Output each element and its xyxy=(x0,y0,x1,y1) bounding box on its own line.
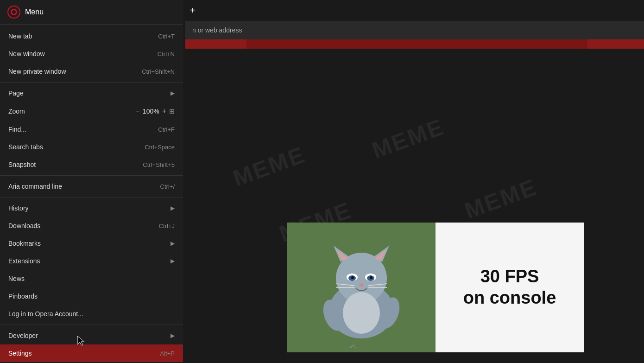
menu-item-downloads-label: Downloads xyxy=(8,222,40,229)
menu-item-snapshot-shortcut: Ctrl+Shift+5 xyxy=(143,161,175,168)
zoom-control[interactable]: − 100% + ⊞ xyxy=(136,107,175,115)
extensions-arrow-icon: ▶ xyxy=(170,258,175,264)
meme-left-panel: MEME MEME xyxy=(287,223,436,352)
zoom-minus-button[interactable]: − xyxy=(136,107,140,115)
menu-item-login[interactable]: Log in to Opera Account... xyxy=(0,305,183,323)
menu-item-settings[interactable]: Settings Alt+P xyxy=(0,344,183,362)
menu-item-news[interactable]: News xyxy=(0,270,183,287)
opera-logo-inner xyxy=(11,9,17,15)
menu-item-settings-label: Settings xyxy=(8,350,32,357)
menu-item-new-private-window-label: New private window xyxy=(8,68,66,75)
content-seg1 xyxy=(185,39,246,49)
zoom-plus-button[interactable]: + xyxy=(162,107,166,115)
menu-item-new-window-label: New window xyxy=(8,50,45,57)
bookmarks-arrow-icon: ▶ xyxy=(170,240,175,247)
add-tab-button[interactable]: + xyxy=(185,3,200,18)
menu-item-search-tabs-label: Search tabs xyxy=(8,143,43,151)
svg-point-12 xyxy=(370,276,373,279)
menu-item-new-private-window-shortcut: Ctrl+Shift+N xyxy=(142,68,175,75)
menu-item-find-shortcut: Ctrl+F xyxy=(158,126,175,133)
svg-point-13 xyxy=(359,283,364,287)
opera-logo xyxy=(7,6,20,19)
address-placeholder: n or web address xyxy=(192,26,242,34)
content-bar xyxy=(185,39,644,49)
meme-image-area: MEME MEME 30 FPS on console xyxy=(287,223,584,352)
menu-item-page-label: Page xyxy=(8,89,24,97)
menu-item-developer-label: Developer xyxy=(8,332,38,339)
menu-item-new-tab-label: New tab xyxy=(8,32,32,40)
content-seg2 xyxy=(246,39,587,49)
menu-item-page[interactable]: Page ▶ xyxy=(0,84,183,102)
menu-item-snapshot-label: Snapshot xyxy=(8,161,36,168)
menu-item-history[interactable]: History ▶ xyxy=(0,199,183,217)
menu-item-aria-label: Aria command line xyxy=(8,183,62,190)
menu-item-settings-shortcut: Alt+P xyxy=(160,350,175,357)
svg-point-11 xyxy=(351,276,354,279)
menu-items-list: New tab Ctrl+T New window Ctrl+N New pri… xyxy=(0,25,183,363)
tom-cat-illustration: MEME MEME xyxy=(297,227,426,348)
menu-header: Menu xyxy=(0,0,183,25)
page-arrow-icon: ▶ xyxy=(170,90,175,96)
menu-item-bookmarks-label: Bookmarks xyxy=(8,240,41,247)
menu-item-login-label: Log in to Opera Account... xyxy=(8,310,83,318)
menu-item-find-label: Find... xyxy=(8,126,26,133)
menu-item-zoom[interactable]: Zoom − 100% + ⊞ xyxy=(0,102,183,121)
content-seg3 xyxy=(588,39,644,49)
menu-item-search-tabs-shortcut: Ctrl+Space xyxy=(145,144,175,151)
menu-item-search-tabs[interactable]: Search tabs Ctrl+Space xyxy=(0,138,183,156)
zoom-fit-button[interactable]: ⊞ xyxy=(169,108,175,115)
menu-item-snapshot[interactable]: Snapshot Ctrl+Shift+5 xyxy=(0,156,183,173)
menu-item-new-window-shortcut: Ctrl+N xyxy=(158,51,175,57)
menu-divider-1 xyxy=(0,82,183,83)
menu-item-bookmarks[interactable]: Bookmarks ▶ xyxy=(0,235,183,252)
menu-item-new-tab-shortcut: Ctrl+T xyxy=(158,33,175,40)
menu-item-aria[interactable]: Aria command line Ctrl+/ xyxy=(0,178,183,195)
menu-item-extensions-label: Extensions xyxy=(8,257,40,265)
menu-item-new-private-window[interactable]: New private window Ctrl+Shift+N xyxy=(0,63,183,80)
zoom-value-display: 100% xyxy=(143,108,159,115)
menu-divider-4 xyxy=(0,325,183,325)
menu-item-new-tab[interactable]: New tab Ctrl+T xyxy=(0,27,183,45)
menu-item-downloads[interactable]: Downloads Ctrl+J xyxy=(0,217,183,235)
address-bar[interactable]: n or web address xyxy=(185,21,644,39)
menu-item-pinboards-label: Pinboards xyxy=(8,293,38,300)
menu-item-pinboards[interactable]: Pinboards xyxy=(0,287,183,305)
menu-item-new-window[interactable]: New window Ctrl+N xyxy=(0,45,183,63)
menu-item-zoom-label: Zoom xyxy=(8,108,25,115)
menu-divider-2 xyxy=(0,175,183,176)
menu-item-developer[interactable]: Developer ▶ xyxy=(0,327,183,344)
menu-item-aria-shortcut: Ctrl+/ xyxy=(160,183,175,190)
history-arrow-icon: ▶ xyxy=(170,205,175,211)
developer-arrow-icon: ▶ xyxy=(170,332,175,339)
menu-item-extensions[interactable]: Extensions ▶ xyxy=(0,252,183,270)
menu-divider-3 xyxy=(0,197,183,197)
meme-text: 30 FPS on console xyxy=(463,266,556,308)
menu-item-news-label: News xyxy=(8,275,25,282)
menu-item-downloads-shortcut: Ctrl+J xyxy=(159,223,175,229)
menu-item-history-label: History xyxy=(8,204,29,212)
menu-title: Menu xyxy=(25,8,44,16)
menu-overlay: Menu New tab Ctrl+T New window Ctrl+N Ne… xyxy=(0,0,183,363)
meme-right-panel: 30 FPS on console xyxy=(436,223,584,352)
menu-item-find[interactable]: Find... Ctrl+F xyxy=(0,121,183,138)
